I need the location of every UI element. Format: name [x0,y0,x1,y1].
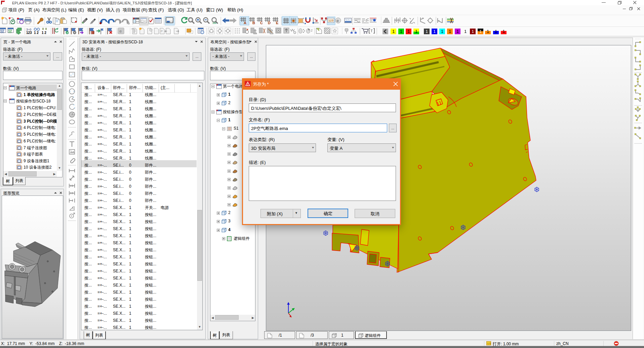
svg-text:1: 1 [472,29,474,34]
svg-text:E: E [276,21,278,25]
svg-text:1: 1 [392,29,395,34]
svg-text:1: 1 [495,29,497,34]
svg-text:1: 1 [426,29,428,34]
svg-text:1 2: 1 2 [34,31,39,35]
svg-text:T: T [370,29,373,33]
svg-text:C: C [260,21,263,25]
svg-text:1: 1 [407,29,410,34]
svg-text:A: A [244,21,246,25]
svg-text:1: 1 [502,29,505,34]
svg-text:123: 123 [26,31,32,35]
svg-text:P: P [161,30,163,33]
svg-text:1: 1 [479,29,482,34]
svg-text:1: 1 [433,29,436,34]
svg-text:D: D [268,21,271,25]
svg-text:100: 100 [212,22,216,24]
svg-text:1: 1 [400,29,402,34]
svg-text:1: 1 [487,29,489,34]
svg-text:1: 1 [464,29,467,34]
svg-text:e: e [336,18,339,23]
svg-text:1: 1 [415,29,417,34]
svg-text:1: 1 [441,29,443,34]
svg-text:1: 1 [456,29,459,34]
svg-text:123: 123 [487,342,491,345]
svg-text:1 2: 1 2 [42,31,46,35]
svg-text:e: e [119,29,122,34]
svg-text:1: 1 [449,29,451,34]
svg-text:123: 123 [328,19,333,22]
svg-text:B: B [252,21,255,25]
